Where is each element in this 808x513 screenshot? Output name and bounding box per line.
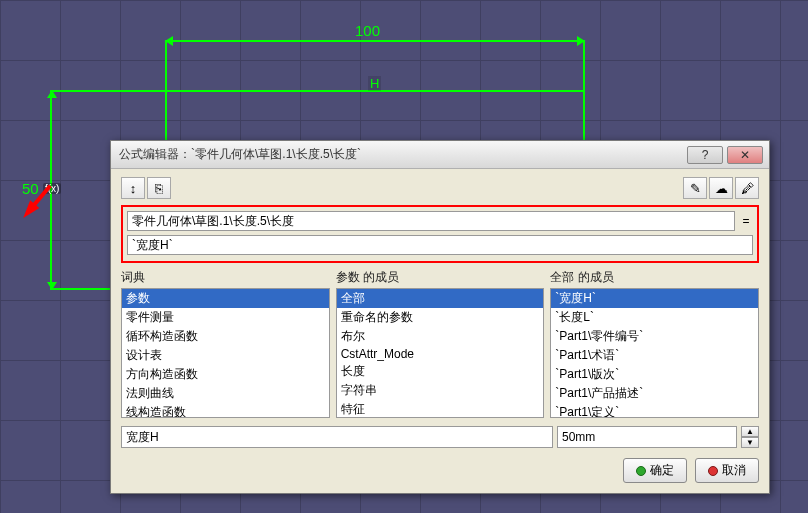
list-item[interactable]: `Part1\产品描述` bbox=[551, 384, 758, 403]
list-item[interactable]: 全部 bbox=[337, 289, 544, 308]
cancel-button[interactable]: 取消 bbox=[695, 458, 759, 483]
list-item[interactable]: 法则曲线 bbox=[122, 384, 329, 403]
list-item[interactable]: `宽度H` bbox=[551, 289, 758, 308]
tool-comment-icon[interactable]: ☁ bbox=[709, 177, 733, 199]
spinner-down-icon[interactable]: ▼ bbox=[741, 437, 759, 448]
equals-label: = bbox=[739, 214, 753, 228]
all-members-listbox[interactable]: `宽度H``长度L``Part1\零件编号``Part1\术语``Part1\版… bbox=[550, 288, 759, 418]
dialog-titlebar[interactable]: 公式编辑器：`零件几何体\草图.1\长度.5\长度` ? ✕ bbox=[111, 141, 769, 169]
list-item[interactable]: `Part1\定义` bbox=[551, 403, 758, 418]
value-spinner[interactable]: ▲ ▼ bbox=[741, 426, 759, 448]
formula-editor-dialog: 公式编辑器：`零件几何体\草图.1\长度.5\长度` ? ✕ ↕ ⎘ ✎ ☁ 🖉… bbox=[110, 140, 770, 494]
column-header-params: 参数 的成员 bbox=[336, 269, 545, 286]
list-item[interactable]: 设计表 bbox=[122, 346, 329, 365]
cancel-button-label: 取消 bbox=[722, 462, 746, 479]
cancel-dot-icon bbox=[708, 466, 718, 476]
ok-button[interactable]: 确定 bbox=[623, 458, 687, 483]
formula-path-input[interactable] bbox=[127, 211, 735, 231]
parameter-value-input[interactable] bbox=[557, 426, 737, 448]
list-item[interactable]: `Part1\版次` bbox=[551, 365, 758, 384]
column-header-all: 全部 的成员 bbox=[550, 269, 759, 286]
dictionary-listbox[interactable]: 参数零件测量循环构造函数设计表方向构造函数法则曲线线构造函数列表 bbox=[121, 288, 330, 418]
list-item[interactable]: 布尔 bbox=[337, 327, 544, 346]
list-item[interactable]: `Part1\术语` bbox=[551, 346, 758, 365]
tool-import-icon[interactable]: ↕ bbox=[121, 177, 145, 199]
formula-expression-input[interactable] bbox=[127, 235, 753, 255]
list-item[interactable]: 特征 bbox=[337, 400, 544, 418]
list-item[interactable]: 重命名的参数 bbox=[337, 308, 544, 327]
ok-button-label: 确定 bbox=[650, 462, 674, 479]
list-item[interactable]: 线构造函数 bbox=[122, 403, 329, 418]
column-header-dictionary: 词典 bbox=[121, 269, 330, 286]
list-item[interactable]: `长度L` bbox=[551, 308, 758, 327]
list-item[interactable]: CstAttr_Mode bbox=[337, 346, 544, 362]
tool-export-icon[interactable]: ⎘ bbox=[147, 177, 171, 199]
tool-eraser-icon[interactable]: 🖉 bbox=[735, 177, 759, 199]
list-item[interactable]: 方向构造函数 bbox=[122, 365, 329, 384]
list-item[interactable]: 字符串 bbox=[337, 381, 544, 400]
spinner-up-icon[interactable]: ▲ bbox=[741, 426, 759, 437]
help-button[interactable]: ? bbox=[687, 146, 723, 164]
param-members-listbox[interactable]: 全部重命名的参数布尔CstAttr_Mode长度字符串特征平面 bbox=[336, 288, 545, 418]
list-item[interactable]: `Part1\零件编号` bbox=[551, 327, 758, 346]
list-item[interactable]: 参数 bbox=[122, 289, 329, 308]
list-item[interactable]: 循环构造函数 bbox=[122, 327, 329, 346]
formula-highlight-box: = bbox=[121, 205, 759, 263]
tool-edit-icon[interactable]: ✎ bbox=[683, 177, 707, 199]
close-button[interactable]: ✕ bbox=[727, 146, 763, 164]
list-item[interactable]: 长度 bbox=[337, 362, 544, 381]
ok-dot-icon bbox=[636, 466, 646, 476]
dialog-title: 公式编辑器：`零件几何体\草图.1\长度.5\长度` bbox=[119, 146, 683, 163]
list-item[interactable]: 零件测量 bbox=[122, 308, 329, 327]
parameter-name-input[interactable] bbox=[121, 426, 553, 448]
